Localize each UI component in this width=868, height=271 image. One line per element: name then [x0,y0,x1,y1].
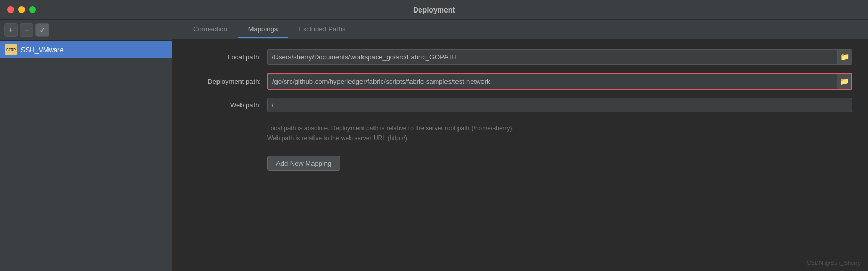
minimize-button[interactable] [18,6,25,13]
help-text-line1: Local path is absolute. Deployment path … [267,124,852,133]
help-text: Local path is absolute. Deployment path … [188,120,852,143]
tab-mappings[interactable]: Mappings [238,20,288,38]
sidebar: + − ✓ SFTP SSH_VMware [0,20,172,271]
sidebar-toolbar: + − ✓ [0,20,172,41]
watermark: CSDN @Sun_Sherry [807,260,861,266]
web-path-label: Web path: [188,101,261,109]
maximize-button[interactable] [29,6,36,13]
web-path-row: Web path: [188,98,852,112]
tabs: Connection Mappings Excluded Paths [172,20,868,39]
sidebar-item-ssh-vmware[interactable]: SFTP SSH_VMware [0,41,172,58]
close-button[interactable] [7,6,14,13]
form-area: Local path: 📁 Deployment path: 📁 Web pat… [172,39,868,181]
deployment-path-input-wrap: 📁 [267,73,852,90]
local-path-browse-button[interactable]: 📁 [837,50,852,64]
deployment-path-row: Deployment path: 📁 [188,73,852,90]
content-area: Connection Mappings Excluded Paths Local… [172,20,868,271]
deployment-path-browse-button[interactable]: 📁 [837,74,851,89]
title-bar: Deployment [0,0,868,20]
deployment-path-label: Deployment path: [188,78,261,85]
local-path-input-wrap: 📁 [267,49,852,65]
web-path-input[interactable] [268,98,852,112]
local-path-label: Local path: [188,53,261,61]
sidebar-item-label: SSH_VMware [21,46,64,54]
sftp-icon: SFTP [5,44,17,55]
tab-excluded-paths[interactable]: Excluded Paths [288,20,356,38]
main-layout: + − ✓ SFTP SSH_VMware Connection Mapping… [0,20,868,271]
help-text-line2: Web path is relative to the web server U… [267,133,852,143]
window-title: Deployment [413,6,455,14]
window-controls [7,6,36,13]
confirm-button[interactable]: ✓ [35,23,49,37]
add-new-mapping-button[interactable]: Add New Mapping [267,156,340,171]
remove-server-button[interactable]: − [20,23,33,37]
local-path-row: Local path: 📁 [188,49,852,65]
add-server-button[interactable]: + [4,23,18,37]
web-path-input-wrap [267,98,852,112]
local-path-input[interactable] [268,51,837,64]
tab-connection[interactable]: Connection [183,20,238,38]
deployment-path-input[interactable] [268,75,837,88]
